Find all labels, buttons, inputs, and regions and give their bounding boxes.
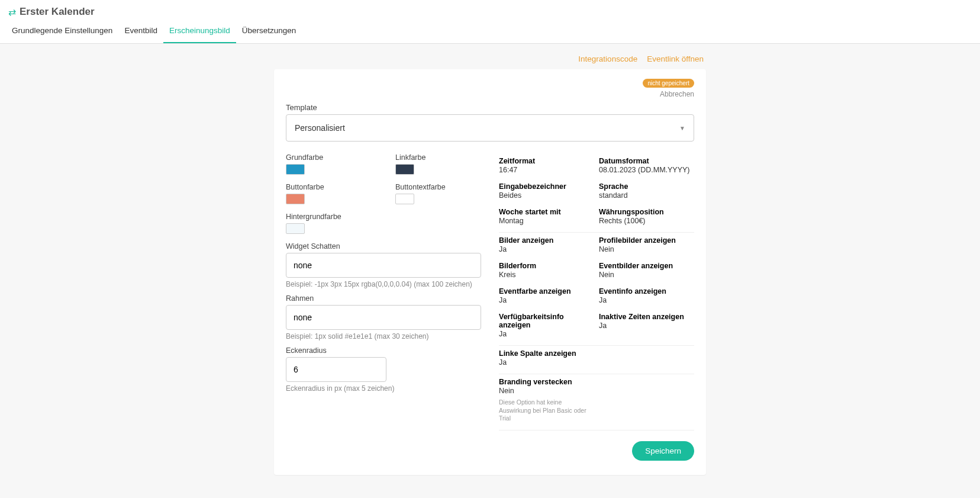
weekstart-item[interactable]: Woche startet mit Montag bbox=[499, 208, 594, 225]
linkfarbe-swatch[interactable] bbox=[395, 164, 414, 175]
border-label: Rahmen bbox=[286, 294, 481, 303]
timeformat-item[interactable]: Zeitformat 16:47 bbox=[499, 157, 594, 174]
integration-code-link[interactable]: Integrationscode bbox=[578, 54, 637, 63]
tab-appearance[interactable]: Erscheinungsbild bbox=[163, 20, 236, 43]
save-button[interactable]: Speichern bbox=[632, 441, 694, 461]
inputlabel-item[interactable]: Eingabebezeichner Beides bbox=[499, 182, 594, 200]
branding-hint: Diese Option hat keine Auswirkung bei Pl… bbox=[499, 399, 588, 423]
shadow-help: Beispiel: -1px 3px 15px rgba(0,0,0,0.04)… bbox=[286, 280, 481, 288]
hintergrundfarbe-label: Hintergrundfarbe bbox=[286, 213, 372, 221]
showeventcolor-item[interactable]: Eventfarbe anzeigen Ja bbox=[499, 287, 594, 304]
hintergrundfarbe-swatch[interactable] bbox=[286, 223, 305, 234]
imageform-item[interactable]: Bilderform Kreis bbox=[499, 262, 594, 279]
chevron-down-icon: ▼ bbox=[679, 125, 685, 131]
template-value: Personalisiert bbox=[295, 123, 345, 133]
buttonfarbe-label: Buttonfarbe bbox=[286, 183, 372, 191]
template-label: Template bbox=[286, 103, 694, 112]
currencypos-item[interactable]: Währungsposition Rechts (100€) bbox=[599, 208, 694, 225]
border-input[interactable] bbox=[286, 305, 481, 330]
radius-input[interactable] bbox=[286, 357, 386, 382]
eventlink-open-link[interactable]: Eventlink öffnen bbox=[647, 54, 704, 63]
dateformat-item[interactable]: Datumsformat 08.01.2023 (DD.MM.YYYY) bbox=[599, 157, 694, 174]
tab-bar: Grundlegende Einstellungen Eventbild Ers… bbox=[0, 20, 980, 43]
template-select[interactable]: Personalisiert ▼ bbox=[286, 114, 694, 142]
border-help: Beispiel: 1px solid #e1e1e1 (max 30 zeic… bbox=[286, 332, 481, 340]
grundfarbe-label: Grundfarbe bbox=[286, 153, 372, 162]
showavail-item[interactable]: Verfügbarkeitsinfo anzeigen Ja bbox=[499, 313, 594, 338]
tab-basic-settings[interactable]: Grundlegende Einstellungen bbox=[6, 20, 118, 43]
radius-help: Eckenradius in px (max 5 zeichen) bbox=[286, 384, 481, 393]
branding-item[interactable]: Branding verstecken Nein Diese Option ha… bbox=[499, 378, 594, 423]
linkfarbe-label: Linkfarbe bbox=[395, 153, 481, 162]
buttonfarbe-swatch[interactable] bbox=[286, 194, 305, 204]
showprofile-item[interactable]: Profilebilder anzeigen Nein bbox=[599, 236, 694, 253]
showeventimg-item[interactable]: Eventbilder anzeigen Nein bbox=[599, 262, 694, 279]
showinactive-item[interactable]: Inaktive Zeiten anzeigen Ja bbox=[599, 313, 694, 338]
page-title: Erster Kalender bbox=[20, 6, 95, 18]
buttontextfarbe-label: Buttontextfarbe bbox=[395, 183, 481, 191]
appearance-card: nicht gepeichert Abbrechen Template Pers… bbox=[274, 69, 706, 475]
tab-event-image[interactable]: Eventbild bbox=[118, 20, 163, 43]
radius-label: Eckenradius bbox=[286, 346, 481, 355]
language-item[interactable]: Sprache standard bbox=[599, 182, 694, 200]
tab-translations[interactable]: Übersetzungen bbox=[236, 20, 302, 43]
showeventinfo-item[interactable]: Eventinfo anzeigen Ja bbox=[599, 287, 694, 304]
buttontextfarbe-swatch[interactable] bbox=[395, 194, 414, 204]
leftcol-item[interactable]: Linke Spalte anzeigen Ja bbox=[499, 349, 594, 367]
grundfarbe-swatch[interactable] bbox=[286, 164, 305, 175]
cancel-link[interactable]: Abbrechen bbox=[660, 90, 694, 98]
unsaved-badge: nicht gepeichert bbox=[643, 79, 694, 88]
showimages-item[interactable]: Bilder anzeigen Ja bbox=[499, 236, 594, 253]
shadow-input[interactable] bbox=[286, 253, 481, 278]
swap-icon: ⇄ bbox=[8, 7, 16, 18]
shadow-label: Widget Schatten bbox=[286, 242, 481, 250]
